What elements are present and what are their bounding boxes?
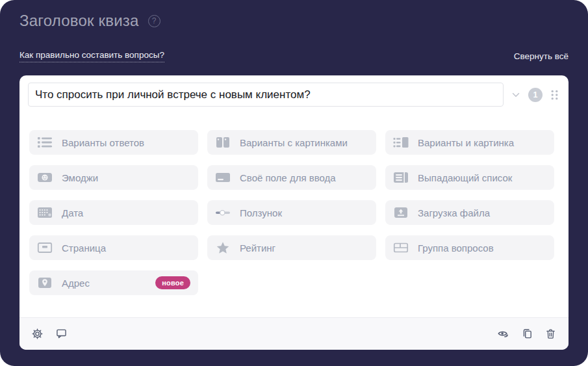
question-type-label: Загрузка файла — [418, 207, 490, 218]
question-type-address[interactable]: Адрес новое — [29, 270, 198, 295]
guide-link[interactable]: Как правильно составить вопросы? — [19, 50, 164, 62]
footer-right-icons — [496, 327, 557, 341]
question-circle-icon[interactable]: ? — [148, 15, 160, 27]
question-number-badge: 1 — [528, 88, 543, 102]
subheader: Как правильно составить вопросы? Свернут… — [19, 50, 569, 62]
question-type-rating[interactable]: Рейтинг — [207, 235, 376, 260]
question-type-choice-list[interactable]: Варианты ответов — [29, 130, 198, 155]
question-type-label: Страница — [62, 242, 106, 254]
card-footer — [19, 317, 569, 350]
question-type-label: Ползунок — [240, 207, 282, 218]
question-title-input[interactable] — [28, 83, 504, 107]
question-type-question-group[interactable]: Группа вопросов — [385, 235, 554, 260]
question-type-image-options[interactable]: Варианты с картинками — [207, 130, 376, 155]
input-field-icon — [215, 171, 231, 184]
list-and-image-icon — [393, 136, 409, 149]
question-type-label: Рейтинг — [240, 242, 275, 254]
question-card: 1 Варианты ответов — [19, 75, 569, 350]
emoji-icon — [37, 171, 53, 184]
question-title-row: 1 — [19, 75, 569, 107]
chevron-down-icon[interactable] — [511, 90, 521, 100]
dropdown-list-icon — [393, 171, 409, 184]
question-type-list-and-image[interactable]: Варианты и картинка — [385, 130, 554, 155]
page-header: Заголовок квиза ? — [19, 12, 569, 30]
duplicate-copy-icon[interactable] — [520, 327, 534, 341]
question-type-label: Варианты ответов — [62, 137, 144, 148]
question-type-label: Своё поле для ввода — [240, 172, 336, 183]
footer-left-icons — [31, 327, 68, 341]
star-rating-icon — [215, 241, 231, 254]
question-type-label: Адрес — [62, 278, 90, 289]
choice-list-icon — [37, 136, 53, 149]
delete-trash-icon[interactable] — [544, 327, 557, 341]
question-type-page[interactable]: Страница — [29, 235, 198, 260]
question-type-file-upload[interactable]: Загрузка файла — [385, 200, 554, 225]
preview-eye-icon[interactable] — [496, 327, 511, 341]
comment-icon[interactable] — [55, 327, 68, 341]
drag-handle-icon[interactable] — [550, 88, 559, 101]
quiz-builder-panel: Заголовок квиза ? Как правильно составит… — [0, 0, 588, 366]
question-type-label: Группа вопросов — [418, 242, 494, 254]
question-type-label: Эмоджи — [62, 172, 98, 183]
question-type-date[interactable]: Дата — [29, 200, 198, 225]
settings-gear-icon[interactable] — [31, 327, 44, 341]
question-type-label: Выпадающий список — [418, 172, 512, 183]
question-group-icon — [393, 241, 409, 254]
question-type-slider[interactable]: Ползунок — [207, 200, 376, 225]
slider-icon — [215, 206, 231, 219]
image-options-icon — [215, 136, 231, 149]
address-pin-icon — [37, 276, 53, 289]
page-title: Заголовок квиза — [19, 12, 139, 30]
question-type-grid: Варианты ответов Варианты с картинками — [19, 107, 569, 295]
page-icon — [37, 241, 53, 254]
question-type-label: Дата — [62, 207, 83, 218]
calendar-date-icon — [37, 206, 53, 219]
question-type-dropdown-list[interactable]: Выпадающий список — [385, 165, 554, 190]
collapse-all-button[interactable]: Свернуть всё — [514, 51, 569, 61]
file-upload-icon — [393, 206, 409, 219]
question-type-emoji[interactable]: Эмоджи — [29, 165, 198, 190]
question-type-custom-input[interactable]: Своё поле для ввода — [207, 165, 376, 190]
question-type-label: Варианты с картинками — [240, 137, 348, 148]
question-type-label: Варианты и картинка — [418, 137, 514, 148]
new-badge: новое — [155, 276, 190, 289]
